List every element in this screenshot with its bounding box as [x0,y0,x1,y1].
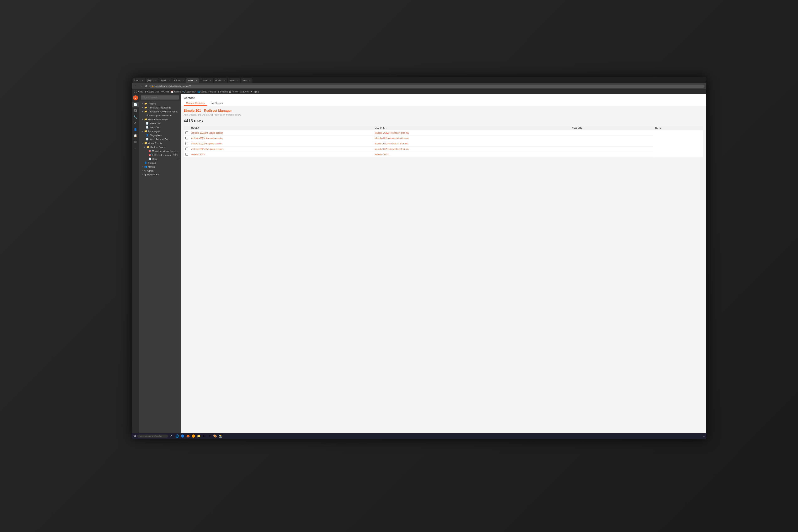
tree-label-bio: Biographies [150,134,162,136]
tree-item-sitemap[interactable]: 👤 sitemap [139,161,180,165]
tree-item-menus[interactable]: ▶ 👥 Menus [139,165,180,169]
tree-content: ▶ 📁 Policies ▶ 📁 Rules and Regulations ▶… [139,101,180,439]
row-checkbox-1[interactable] [185,137,188,139]
forms-icon[interactable]: 📋 [132,133,139,139]
bookmark-agenda[interactable]: 📅 Agenda [170,91,180,93]
refresh-button[interactable]: ↺ [144,84,148,88]
row-note-1 [570,136,653,141]
taskbar-app-1[interactable]: 🔵 [180,434,185,438]
folder-icon: 📁 [144,142,147,145]
tab-0[interactable]: Chan...✕ [133,78,145,83]
start-button[interactable]: ⊞ [133,434,136,438]
taskbar-search-input[interactable] [137,435,168,438]
row-old-url-4: /es/esko-2021/... [190,152,373,157]
tab-7[interactable]: Syste...✕ [228,78,241,83]
settings-icon[interactable]: 🔧 [132,114,139,120]
tree-item-virtualevents[interactable]: ▶ 📁 Virtual Events [139,141,180,145]
tree-item-maintenance[interactable]: ▶ 📁 Maintenance Pages [139,117,180,121]
tab-bar: Chan...✕ (9+) L...✕ Sign i...✕ Pull re..… [132,77,706,83]
bookmark-apps[interactable]: ⋮⋮ Apps [133,91,143,93]
row-checkbox-0[interactable] [185,131,188,134]
tab-8[interactable]: Mon...✕ [241,78,252,83]
row-new-url-1: /zh/esko-2021/c4c-whats-in-it-for-me/ [373,136,570,141]
media-icon[interactable]: 🖼 [132,108,139,114]
bookmark-drive[interactable]: ▲ Google Drive [145,91,159,93]
tree-item-exfo-kickoff[interactable]: 🎯 EXFO sales kick-off 2021 [139,153,180,157]
tree-item-biographies[interactable]: 👤 Biographies [139,133,180,137]
tree-item-viewer360[interactable]: 📄 Viewer 360 [139,121,180,125]
bookmark-gmail[interactable]: ✉ Gmail [161,91,169,93]
tree-label-maintenance: Maintenance Pages [148,118,168,121]
arrow-menus: ▶ [142,166,144,168]
tab-3[interactable]: Pull re...✕ [172,78,186,83]
folder-icon: 📁 [147,146,150,148]
taskbar-app-2[interactable]: 🦊 [186,434,190,438]
col-new-url[interactable]: NEW URL ↕ [570,126,653,130]
tab-4[interactable]: Virtua...✕ [186,78,199,83]
row-checkbox-2[interactable] [185,142,188,145]
arrow-rules: ▶ [142,107,144,109]
grid-icon[interactable]: ⊞ [132,139,139,145]
bookmark-invision[interactable]: ◆ InVision [218,91,228,93]
redirect-panel: Simple 301 - Redirect Manager Add, Updat… [181,106,706,439]
tree-item-menudoc[interactable]: 📄 Menu Doc [139,125,180,129]
tree-label-registration: Registration/Download Pages [148,110,178,113]
tree-item-marketing[interactable]: 🎯 Marketing Virtual Event Demo [139,149,180,153]
tree-item-rules[interactable]: ▶ 📁 Rules and Regulations [139,106,180,110]
tree-label-menus: Menus [148,166,155,168]
taskbar-app-8[interactable]: 📸 [218,434,223,438]
tabs-row: Manage Redirects Link Checker [184,101,703,106]
tab-6[interactable]: G Mixt...✕ [214,78,227,83]
content-icon[interactable]: 📄 [132,102,139,108]
tree-item-menuaccountdoc[interactable]: 📄 Menu Account Doc [139,137,180,141]
col-old-url[interactable]: OLD URL ↕ [373,126,570,130]
bookmark-translate[interactable]: 🌐 Google Translate [197,91,216,93]
taskbar-app-3[interactable]: 🟠 [191,434,196,438]
deploy-icon[interactable]: → [132,145,139,151]
redirect-manager-subtitle: Add, Update, and Delete 301 redirects in… [184,113,703,116]
row-checkbox-4[interactable] [185,153,188,156]
tree-item-systempages[interactable]: ▶ 📁 System Pages [139,145,180,149]
tab-manage-redirects[interactable]: Manage Redirects [184,101,207,106]
taskbar-app-7[interactable]: 🎨 [213,434,217,438]
tree-item-dots[interactable]: ··· [177,158,179,160]
taskbar-app-4[interactable]: 📁 [196,434,201,438]
arrow-registration: ▶ [142,111,144,112]
tree-item-subscription[interactable]: ↺ Subscription Activation [139,113,180,117]
row-old-url-1: /zh/esko-2021/c4c-update-session [190,136,373,141]
tree-item-error[interactable]: ▶ 📁 Error pages [139,129,180,133]
address-bar[interactable]: 🔒 cms-exfo.azurewebsites.net/umbraco/#/ [149,84,705,88]
users-icon[interactable]: 👤 [132,127,139,132]
tree-label-sp: System Pages [150,146,165,148]
gear-icon[interactable]: ⚙ [132,120,139,126]
search-input[interactable] [141,95,179,99]
nav-bar: ← → ↺ 🔒 cms-exfo.azurewebsites.net/umbra… [132,83,706,89]
forward-button[interactable]: → [139,84,143,88]
tab-link-checker[interactable]: Link Checker [207,101,226,106]
row-note-4 [570,152,653,157]
tab-5[interactable]: G wind...✕ [199,78,213,83]
tree-item-help[interactable]: 📄 Help ··· [139,157,180,161]
bookmark-figma[interactable]: ✦ Figma [251,91,259,93]
back-button[interactable]: ← [133,84,137,88]
tree-item-admin[interactable]: ▶ ⚙ Admin [139,169,180,173]
taskbar-app-0[interactable]: 🌐 [175,434,179,438]
taskbar: ⊞ 🎤 🌐 🔵 🦊 🟠 📁 ✉ 🖊 🎨 📸 ... [132,433,706,439]
bookmark-exfo[interactable]: ⬛ EXFO [240,91,249,93]
row-checkbox-3[interactable] [185,148,188,150]
row-count: 4418 rows [184,118,703,123]
tree-item-recyclebin[interactable]: ▶ 🗑 Recycle Bin [139,173,180,176]
umbraco-logo[interactable]: U [133,95,138,100]
taskbar-app-6[interactable]: 🖊 [207,434,212,438]
tree-item-registration[interactable]: ▶ 📁 Registration/Download Pages [139,110,180,113]
tab-2[interactable]: Sign i...✕ [159,78,172,83]
bookmark-depanneur[interactable]: 🔧 Dépanneur [182,91,195,93]
tree-item-policies[interactable]: ▶ 📁 Policies [139,102,180,106]
row-old-url-2: /fr/esko-2021/c4c-update-session [190,141,373,147]
tree-label-subscription: Subscription Activation [149,114,172,117]
tab-1[interactable]: (9+) L...✕ [146,78,158,83]
microphone-icon[interactable]: 🎤 [170,435,172,437]
taskbar-app-5[interactable]: ✉ [202,434,207,438]
bookmark-photos[interactable]: 🖼 Photos [229,91,239,93]
tree-label-recycle: Recycle Bin [147,173,159,176]
